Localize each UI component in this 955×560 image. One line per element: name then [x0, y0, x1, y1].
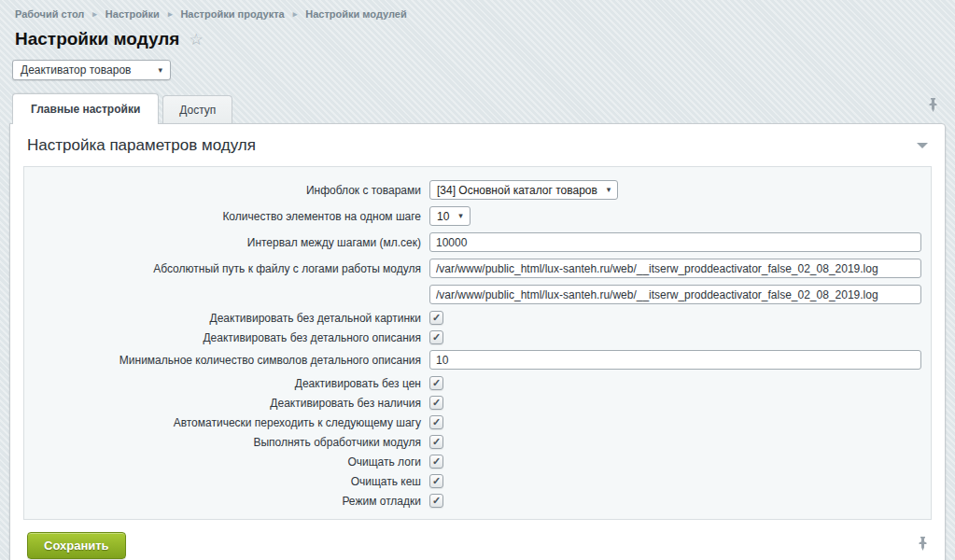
settings-panel: Настройка параметров модуля Инфоблок с т… [9, 123, 946, 560]
form-row: Минимальное количество символов детально… [34, 350, 921, 370]
panel-title: Настройка параметров модуля [27, 136, 256, 155]
run-handlers-checkbox[interactable]: ✓ [429, 435, 443, 449]
pin-icon[interactable] [928, 98, 938, 123]
form-row: Интервал между шагами (мл.сек) [34, 232, 921, 252]
field-label: Инфоблок с товарами [34, 184, 429, 197]
field-label: Интервал между шагами (мл.сек) [34, 236, 429, 249]
chevron-down-icon: ▾ [458, 212, 463, 220]
tab-bar: Главные настройки Доступ [0, 80, 955, 123]
page-title: Настройки модуля [15, 29, 179, 49]
field-label: Выполнять обработчики модуля [34, 436, 429, 449]
form-row: Деактивировать без детальной картинки ✓ [34, 311, 921, 325]
log-path-input[interactable] [429, 259, 921, 278]
form-row: Деактивировать без цен ✓ [34, 376, 921, 390]
interval-input[interactable] [429, 232, 921, 252]
form-row: Инфоблок с товарами [34] Основной катало… [34, 180, 921, 200]
pin-icon[interactable] [918, 537, 928, 554]
panel-footer: Сохранить [10, 520, 945, 560]
field-label: Деактивировать без наличия [34, 397, 429, 410]
no-detail-text-checkbox[interactable]: ✓ [429, 330, 443, 344]
breadcrumb-item-product-settings[interactable]: Настройки продукта [180, 8, 284, 20]
breadcrumb-item-desktop[interactable]: Рабочий стол [15, 8, 84, 20]
module-select[interactable]: Деактиватор товаров ▾ [12, 60, 171, 80]
no-price-checkbox[interactable]: ✓ [429, 376, 443, 390]
form-row: Выполнять обработчики модуля ✓ [34, 435, 921, 449]
breadcrumb: Рабочий стол ▸ Настройки ▸ Настройки про… [0, 0, 955, 20]
no-detail-picture-checkbox[interactable]: ✓ [429, 311, 443, 325]
breadcrumb-item-settings[interactable]: Настройки [105, 8, 160, 20]
field-label: Деактивировать без детального описания [34, 331, 429, 344]
breadcrumb-separator-icon: ▸ [293, 10, 298, 19]
clear-cache-checkbox[interactable]: ✓ [429, 474, 443, 488]
tab-main-settings[interactable]: Главные настройки [12, 93, 159, 124]
field-label: Деактивировать без детальной картинки [34, 312, 429, 325]
form-row [34, 285, 921, 304]
field-label: Режим отладки [34, 495, 429, 508]
tab-access[interactable]: Доступ [162, 95, 232, 124]
breadcrumb-separator-icon: ▸ [92, 10, 97, 19]
debug-mode-checkbox[interactable]: ✓ [429, 494, 443, 508]
field-label: Автоматически переходить к следующему ша… [34, 416, 429, 429]
form-row: Автоматически переходить к следующему ша… [34, 415, 921, 429]
form-row: Абсолютный путь к файлу с логами работы … [34, 259, 921, 278]
infoblock-select-value: [34] Основной каталог товаров [437, 184, 597, 197]
chevron-down-icon[interactable] [917, 143, 928, 148]
breadcrumb-separator-icon: ▸ [168, 10, 173, 19]
log-path-input-2[interactable] [429, 285, 921, 304]
field-label: Минимальное количество символов детально… [34, 354, 429, 367]
field-label: Очищать кеш [34, 475, 429, 488]
infoblock-select[interactable]: [34] Основной каталог товаров ▾ [429, 180, 618, 200]
form-row: Очищать кеш ✓ [34, 474, 921, 488]
form-row: Режим отладки ✓ [34, 494, 921, 508]
field-label: Деактивировать без цен [34, 377, 429, 390]
step-count-select[interactable]: 10 ▾ [429, 206, 470, 226]
favorite-star-icon[interactable]: ☆ [189, 30, 203, 49]
save-button[interactable]: Сохранить [27, 532, 126, 559]
auto-next-step-checkbox[interactable]: ✓ [429, 415, 443, 429]
field-label: Абсолютный путь к файлу с логами работы … [34, 262, 429, 275]
field-label: Количество элементов на одном шаге [34, 210, 429, 223]
step-count-select-value: 10 [437, 210, 449, 223]
chevron-down-icon: ▾ [158, 66, 162, 75]
form-row: Очищать логи ✓ [34, 455, 921, 469]
breadcrumb-item-module-settings[interactable]: Настройки модулей [305, 8, 406, 20]
panel-header: Настройка параметров модуля [10, 124, 945, 166]
form-row: Деактивировать без детального описания ✓ [34, 330, 921, 344]
field-label: Очищать логи [34, 455, 429, 469]
chevron-down-icon: ▾ [607, 186, 611, 194]
form-row: Количество элементов на одном шаге 10 ▾ [34, 206, 921, 226]
no-quantity-checkbox[interactable]: ✓ [429, 396, 443, 410]
title-row: Настройки модуля ☆ [0, 20, 955, 58]
module-settings-form: Инфоблок с товарами [34] Основной катало… [23, 166, 932, 520]
clear-logs-checkbox[interactable]: ✓ [429, 455, 443, 469]
min-symbols-input[interactable] [429, 350, 921, 370]
form-row: Деактивировать без наличия ✓ [34, 396, 921, 410]
module-select-value: Деактиватор товаров [21, 63, 131, 77]
